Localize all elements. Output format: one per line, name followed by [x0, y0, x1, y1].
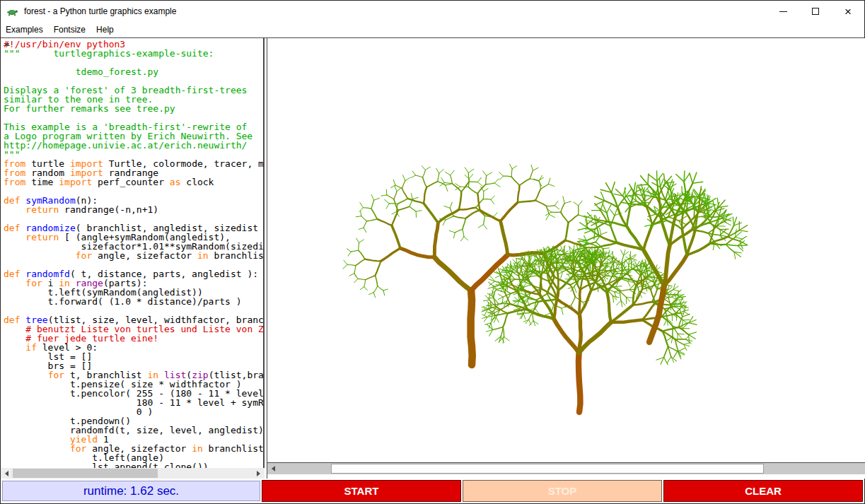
- scroll-left-arrow[interactable]: [1, 468, 13, 479]
- code-scrollbar-horizontal[interactable]: [1, 468, 265, 479]
- close-icon: ×: [844, 6, 852, 18]
- menu-help[interactable]: Help: [96, 25, 114, 35]
- maximize-icon: [812, 8, 819, 15]
- menu-examples[interactable]: Examples: [6, 25, 43, 35]
- turtle-icon: [6, 6, 19, 17]
- close-button[interactable]: ×: [832, 1, 864, 22]
- turtle-canvas[interactable]: [267, 38, 865, 462]
- main-content: #!/usr/bin/env python3""" turtlegraphics…: [1, 37, 864, 479]
- scroll-up-arrow[interactable]: [1, 38, 13, 49]
- titlebar[interactable]: forest - a Python turtle graphics exampl…: [1, 1, 864, 22]
- code-pane: #!/usr/bin/env python3""" turtlegraphics…: [1, 38, 265, 479]
- menu-fontsize[interactable]: Fontsize: [54, 25, 86, 35]
- arrow-left-icon: [272, 466, 275, 471]
- runtime-label: runtime: 1.62 sec.: [2, 481, 260, 501]
- arrow-left-icon: [5, 471, 8, 476]
- window-controls: ×: [767, 1, 864, 22]
- arrow-right-icon: [257, 471, 260, 476]
- stop-button[interactable]: STOP: [463, 480, 662, 502]
- canvas-scroll-left-arrow[interactable]: [267, 463, 279, 474]
- menubar: Examples Fontsize Help: [1, 22, 864, 37]
- minimize-icon: [779, 11, 787, 12]
- canvas-scrollbar-horizontal[interactable]: [267, 463, 865, 474]
- canvas-pane: [267, 38, 865, 479]
- scroll-right-arrow[interactable]: [252, 468, 265, 479]
- minimize-button[interactable]: [767, 1, 799, 22]
- canvas-hscroll-thumb[interactable]: [331, 464, 764, 474]
- clear-button[interactable]: CLEAR: [663, 480, 863, 502]
- code-editor[interactable]: #!/usr/bin/env python3""" turtlegraphics…: [1, 38, 263, 468]
- arrow-up-icon: [4, 42, 10, 46]
- maximize-button[interactable]: [799, 1, 832, 22]
- start-button[interactable]: START: [262, 480, 461, 502]
- code-hscroll-thumb[interactable]: [13, 469, 158, 478]
- app-window: forest - a Python turtle graphics exampl…: [0, 0, 865, 504]
- statusbar: runtime: 1.62 sec. START STOP CLEAR: [1, 479, 864, 503]
- window-title: forest - a Python turtle graphics exampl…: [24, 6, 176, 16]
